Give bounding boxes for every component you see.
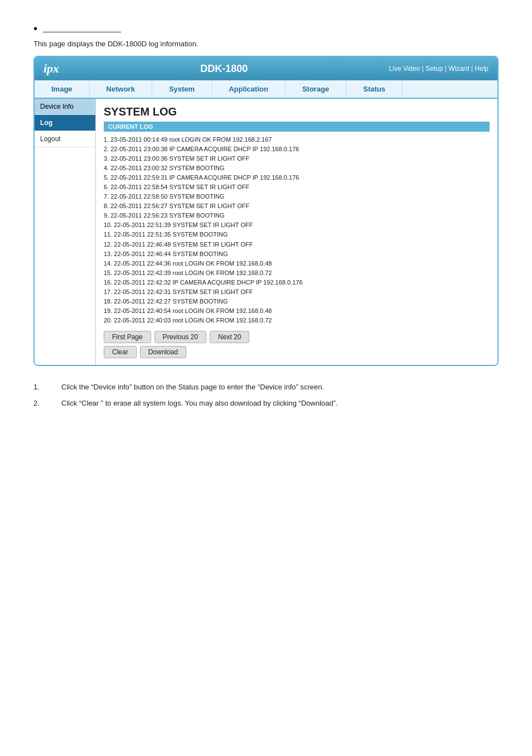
buttons-row2: Clear Download	[104, 346, 490, 358]
main-content: SYSTEM LOG CURRENT LOG 1. 23-05-2011 00:…	[96, 99, 497, 365]
nav-tabs: Image Network System Application Storage…	[35, 80, 497, 99]
log-entry: 15. 22-05-2011 22:42:39 root LOGIN OK FR…	[104, 268, 490, 278]
log-entry: 7. 22-05-2011 22:58:50 SYSTEM BOOTING	[104, 192, 490, 201]
intro-text: This page displays the DDK-1800D log inf…	[33, 40, 499, 48]
log-entry: 3. 22-05-2011 23:00:36 SYSTEM SET IR LIG…	[104, 154, 490, 163]
tab-application[interactable]: Application	[212, 80, 286, 98]
log-entry: 17. 22-05-2011 22:42:31 SYSTEM SET IR LI…	[104, 287, 490, 297]
sidebar-item-device-info[interactable]: Device Info	[35, 99, 95, 115]
instructions: 1. Click the “Device info” button on the…	[33, 383, 499, 407]
next-20-button[interactable]: Next 20	[210, 331, 249, 343]
log-entry: 18. 22-05-2011 22:42:27 SYSTEM BOOTING	[104, 297, 490, 306]
bullet-point: •	[33, 22, 37, 35]
bullet-underline	[43, 26, 121, 32]
current-log-bar: CURRENT LOG	[104, 122, 490, 132]
log-entry: 16. 22-05-2011 22:42:32 IP CAMERA ACQUIR…	[104, 278, 490, 287]
log-entry: 11. 22-05-2011 22:51:35 SYSTEM BOOTING	[104, 230, 490, 239]
log-entry: 6. 22-05-2011 22:58:54 SYSTEM SET IR LIG…	[104, 182, 490, 192]
bullet-section: •	[33, 22, 499, 35]
device-frame: ipx DDK-1800 Live Video | Setup | Wizard…	[33, 56, 499, 366]
instruction-1: 1. Click the “Device info” button on the…	[33, 383, 499, 391]
buttons-row1: First Page Previous 20 Next 20	[104, 331, 490, 343]
log-entry: 10. 22-05-2011 22:51:39 SYSTEM SET IR LI…	[104, 220, 490, 230]
device-title: DDK-1800	[200, 63, 248, 75]
log-entry: 14. 22-05-2011 22:44:36 root LOGIN OK FR…	[104, 259, 490, 268]
logo: ipx	[43, 61, 59, 76]
download-button[interactable]: Download	[140, 346, 186, 358]
log-entry: 8. 22-05-2011 22:56:27 SYSTEM SET IR LIG…	[104, 201, 490, 211]
previous-20-button[interactable]: Previous 20	[154, 331, 206, 343]
sidebar: Device Info Log Logout	[35, 99, 96, 365]
instruction-2: 2. Click “Clear ” to erase all system lo…	[33, 399, 499, 407]
page-title: SYSTEM LOG	[104, 105, 490, 118]
instruction-num-1: 1.	[33, 383, 61, 391]
instruction-text-1: Click the “Device info” button on the St…	[61, 383, 324, 391]
log-entry: 5. 22-05-2011 22:59:31 IP CAMERA ACQUIRE…	[104, 173, 490, 182]
log-entry: 12. 22-05-2011 22:46:48 SYSTEM SET IR LI…	[104, 240, 490, 249]
header-bar: ipx DDK-1800 Live Video | Setup | Wizard…	[35, 57, 497, 80]
tab-image[interactable]: Image	[35, 80, 90, 98]
instruction-text-2: Click “Clear ” to erase all system logs.…	[61, 399, 338, 407]
log-entry: 19. 22-05-2011 22:40:54 root LOGIN OK FR…	[104, 306, 490, 316]
content-area: Device Info Log Logout SYSTEM LOG CURREN…	[35, 99, 497, 365]
sidebar-item-log[interactable]: Log	[35, 115, 95, 131]
log-entry: 13. 22-05-2011 22:46:44 SYSTEM BOOTING	[104, 249, 490, 259]
tab-status[interactable]: Status	[346, 80, 403, 98]
log-entry: 1. 23-05-2011 00:14:49 root LOGIN OK FRO…	[104, 135, 490, 145]
tab-storage[interactable]: Storage	[286, 80, 346, 98]
log-entry: 9. 22-05-2011 22:56:23 SYSTEM BOOTING	[104, 211, 490, 220]
header-links[interactable]: Live Video | Setup | Wizard | Help	[389, 65, 489, 73]
instruction-num-2: 2.	[33, 399, 61, 407]
clear-button[interactable]: Clear	[104, 346, 137, 358]
log-entries: 1. 23-05-2011 00:14:49 root LOGIN OK FRO…	[104, 135, 490, 325]
log-entry: 2. 22-05-2011 23:00:38 IP CAMERA ACQUIRE…	[104, 145, 490, 154]
log-entry: 4. 22-05-2011 23:00:32 SYSTEM BOOTING	[104, 163, 490, 173]
first-page-button[interactable]: First Page	[104, 331, 151, 343]
tab-system[interactable]: System	[152, 80, 212, 98]
log-entry: 20. 22-05-2011 22:40:03 root LOGIN OK FR…	[104, 316, 490, 325]
tab-network[interactable]: Network	[90, 80, 152, 98]
sidebar-item-logout[interactable]: Logout	[35, 131, 95, 147]
